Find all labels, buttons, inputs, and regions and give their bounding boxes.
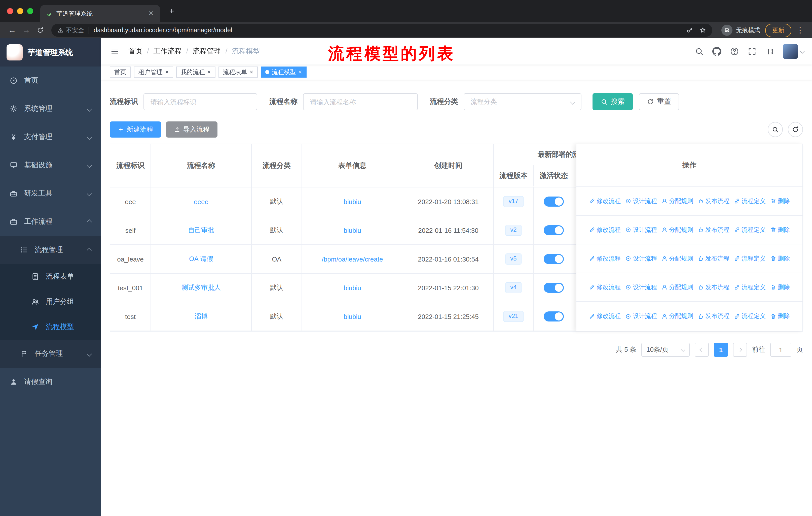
back-button[interactable]: ← <box>5 24 19 37</box>
tag-close-icon[interactable]: × <box>207 69 211 75</box>
action-publish-link[interactable]: 发布流程 <box>698 225 729 234</box>
action-assign-link[interactable]: 分配规则 <box>662 312 693 321</box>
process-name-link[interactable]: 滔博 <box>195 312 208 321</box>
browser-menu-icon[interactable]: ⋮ <box>796 26 804 35</box>
breadcrumb-home[interactable]: 首页 <box>128 47 149 56</box>
search-button[interactable]: 搜索 <box>592 93 633 110</box>
zoom-window-button[interactable] <box>27 8 33 14</box>
browser-tab[interactable]: 芋道管理系统 ✕ <box>40 5 160 22</box>
sidebar-item-leave-query[interactable]: 请假查询 <box>0 368 101 396</box>
form-info-link[interactable]: /bpm/oa/leave/create <box>322 255 383 263</box>
sidebar-item-home[interactable]: 首页 <box>0 66 101 95</box>
sidebar-item-system[interactable]: 系统管理 <box>0 95 101 123</box>
sidebar-item-process-management[interactable]: 流程管理 <box>0 236 101 264</box>
active-toggle[interactable] <box>544 225 564 235</box>
version-badge[interactable]: v5 <box>505 253 522 264</box>
action-publish-link[interactable]: 发布流程 <box>698 312 729 321</box>
password-key-icon[interactable] <box>686 27 693 34</box>
version-badge[interactable]: v4 <box>505 282 522 293</box>
form-info-link[interactable]: biubiu <box>344 313 361 320</box>
tag-tenant[interactable]: 租户管理 × <box>134 66 173 78</box>
active-toggle[interactable] <box>544 311 564 322</box>
action-design-link[interactable]: 设计流程 <box>625 225 657 234</box>
sidebar-item-workflow[interactable]: 工作流程 <box>0 208 101 236</box>
action-edit-link[interactable]: 修改流程 <box>589 197 621 205</box>
tag-close-icon[interactable]: × <box>250 69 253 75</box>
process-name-input[interactable] <box>303 93 418 110</box>
close-window-button[interactable] <box>7 8 13 14</box>
sidebar-item-process-model[interactable]: 流程模型 <box>0 315 101 340</box>
action-edit-link[interactable]: 修改流程 <box>589 283 621 292</box>
action-assign-link[interactable]: 分配规则 <box>662 225 693 234</box>
version-badge[interactable]: v21 <box>504 311 524 322</box>
action-delete-link[interactable]: 删除 <box>770 254 790 263</box>
sidebar-item-user-group[interactable]: 用户分组 <box>0 289 101 315</box>
reload-button[interactable] <box>33 24 47 37</box>
action-design-link[interactable]: 设计流程 <box>625 197 657 205</box>
action-publish-link[interactable]: 发布流程 <box>698 197 729 205</box>
sidebar-item-infrastructure[interactable]: 基础设施 <box>0 151 101 180</box>
fullscreen-icon[interactable] <box>748 47 757 56</box>
new-tab-button[interactable] <box>165 4 178 18</box>
version-badge[interactable]: v2 <box>505 225 522 236</box>
breadcrumb-process-management[interactable]: 流程管理 <box>193 47 228 56</box>
action-edit-link[interactable]: 修改流程 <box>589 225 621 234</box>
tag-my-process[interactable]: 我的流程 × <box>176 66 215 78</box>
action-definition-link[interactable]: 流程定义 <box>734 254 766 263</box>
sidebar-item-payment[interactable]: 支付管理 <box>0 123 101 151</box>
url-text[interactable]: dashboard.yudao.iocoder.cn/bpm/manager/m… <box>94 27 686 34</box>
action-publish-link[interactable]: 发布流程 <box>698 254 729 263</box>
create-process-button[interactable]: 新建流程 <box>110 121 161 138</box>
reset-button[interactable]: 重置 <box>639 93 679 110</box>
bookmark-star-icon[interactable] <box>699 27 706 34</box>
current-page-button[interactable]: 1 <box>714 343 728 357</box>
sidebar-toggle-button[interactable] <box>109 45 121 57</box>
sidebar-item-task-management[interactable]: 任务管理 <box>0 340 101 368</box>
process-name-link[interactable]: 测试多审批人 <box>181 283 221 292</box>
action-definition-link[interactable]: 流程定义 <box>734 312 766 321</box>
process-name-link[interactable]: 自己审批 <box>188 226 214 235</box>
address-bar[interactable]: 不安全 dashboard.yudao.iocoder.cn/bpm/manag… <box>51 24 712 37</box>
action-definition-link[interactable]: 流程定义 <box>734 283 766 292</box>
action-definition-link[interactable]: 流程定义 <box>734 225 766 234</box>
goto-page-input[interactable] <box>770 343 791 357</box>
action-delete-link[interactable]: 删除 <box>770 312 790 321</box>
next-page-button[interactable] <box>733 343 747 357</box>
github-icon[interactable] <box>712 47 721 56</box>
sidebar-item-dev-tools[interactable]: 研发工具 <box>0 180 101 208</box>
action-delete-link[interactable]: 删除 <box>770 225 790 234</box>
sidebar-logo[interactable]: 芋道管理系统 <box>0 38 101 66</box>
tab-close-icon[interactable]: ✕ <box>147 9 155 18</box>
tag-process-model[interactable]: 流程模型 × <box>261 66 307 78</box>
tag-close-icon[interactable]: × <box>298 69 302 75</box>
user-avatar-menu[interactable] <box>783 44 804 59</box>
action-design-link[interactable]: 设计流程 <box>625 254 657 263</box>
tag-close-icon[interactable]: × <box>165 69 169 75</box>
sidebar-item-process-form[interactable]: 流程表单 <box>0 264 101 289</box>
security-indicator[interactable]: 不安全 <box>57 26 84 34</box>
form-info-link[interactable]: biubiu <box>344 198 361 205</box>
breadcrumb-workflow[interactable]: 工作流程 <box>153 47 188 56</box>
refresh-table-button[interactable] <box>788 122 803 137</box>
action-design-link[interactable]: 设计流程 <box>625 283 657 292</box>
action-publish-link[interactable]: 发布流程 <box>698 283 729 292</box>
form-info-link[interactable]: biubiu <box>344 226 361 234</box>
action-edit-link[interactable]: 修改流程 <box>589 254 621 263</box>
tag-process-form[interactable]: 流程表单 × <box>219 66 258 78</box>
process-key-input[interactable] <box>143 93 257 110</box>
active-toggle[interactable] <box>544 196 564 207</box>
version-badge[interactable]: v17 <box>504 196 524 207</box>
process-category-select[interactable]: 流程分类 <box>464 93 581 110</box>
chrome-update-button[interactable]: 更新 <box>765 23 791 37</box>
active-toggle[interactable] <box>544 283 564 293</box>
process-name-link[interactable]: OA 请假 <box>189 254 213 264</box>
action-assign-link[interactable]: 分配规则 <box>662 283 693 292</box>
forward-button[interactable]: → <box>19 24 33 37</box>
action-assign-link[interactable]: 分配规则 <box>662 197 693 205</box>
action-delete-link[interactable]: 删除 <box>770 197 790 205</box>
minimize-window-button[interactable] <box>17 8 23 14</box>
action-design-link[interactable]: 设计流程 <box>625 312 657 321</box>
action-delete-link[interactable]: 删除 <box>770 283 790 292</box>
import-process-button[interactable]: 导入流程 <box>166 121 218 138</box>
font-size-icon[interactable] <box>765 47 774 56</box>
